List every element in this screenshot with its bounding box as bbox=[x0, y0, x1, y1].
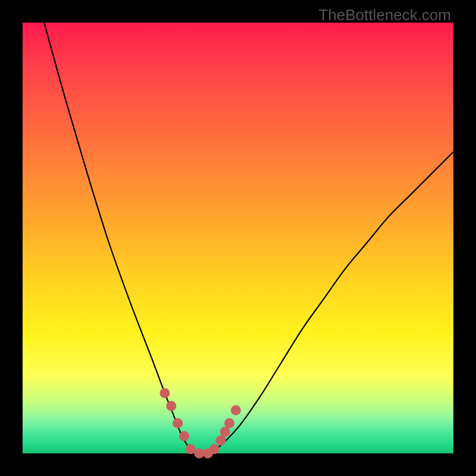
marker-point bbox=[173, 418, 183, 428]
marker-point bbox=[186, 444, 196, 454]
marker-point bbox=[220, 427, 230, 437]
marker-point bbox=[216, 436, 226, 446]
curve-markers bbox=[159, 388, 240, 458]
marker-point bbox=[231, 405, 241, 415]
bottleneck-curve-path bbox=[44, 23, 453, 454]
marker-point bbox=[159, 388, 170, 398]
marker-point bbox=[166, 401, 176, 411]
marker-point bbox=[179, 431, 189, 441]
curve-svg bbox=[23, 23, 453, 453]
marker-point bbox=[209, 444, 220, 454]
plot-area bbox=[23, 23, 453, 453]
marker-point bbox=[224, 418, 234, 428]
chart-frame: TheBottleneck.com bbox=[0, 0, 476, 476]
watermark-text: TheBottleneck.com bbox=[318, 6, 451, 24]
marker-point bbox=[194, 449, 204, 459]
